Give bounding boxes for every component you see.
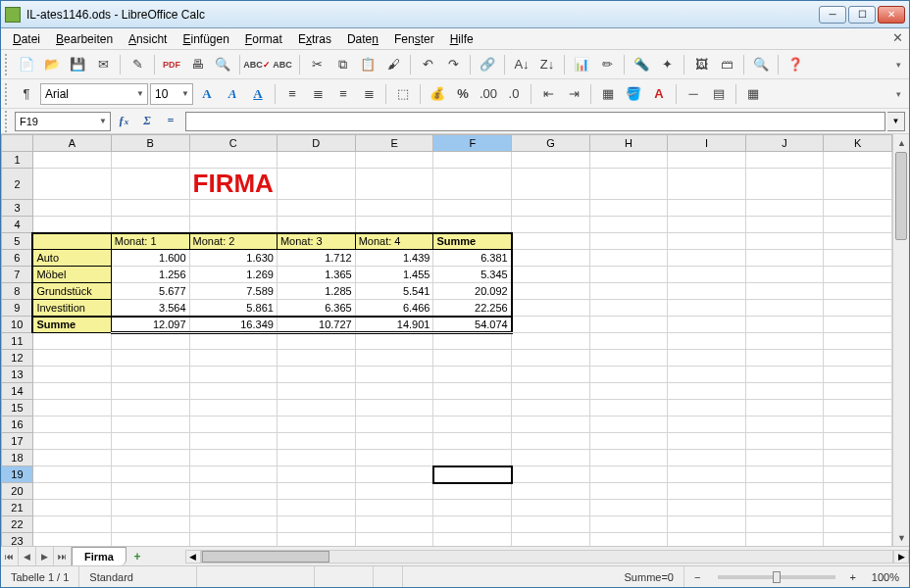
cell-E6[interactable]: 1.439: [355, 250, 433, 267]
cell-I3[interactable]: [668, 200, 746, 217]
row-header-11[interactable]: 11: [2, 333, 33, 350]
cell-D13[interactable]: [277, 367, 355, 383]
cell-A15[interactable]: [32, 400, 111, 416]
cell-D2[interactable]: [277, 169, 355, 200]
cell-F19[interactable]: [433, 466, 512, 483]
row-header-9[interactable]: 9: [2, 300, 33, 317]
align-left-button[interactable]: ≡: [280, 82, 304, 106]
cell-B9[interactable]: 3.564: [111, 300, 189, 317]
cell-I8[interactable]: [668, 283, 746, 300]
scroll-right-icon[interactable]: ▶: [893, 550, 909, 564]
cell-K18[interactable]: [824, 450, 892, 466]
function-button[interactable]: =: [160, 112, 181, 131]
cell-B19[interactable]: [111, 466, 189, 483]
cell-G18[interactable]: [512, 450, 590, 466]
cell-G17[interactable]: [512, 433, 590, 450]
cell-A11[interactable]: [32, 333, 111, 350]
save-button[interactable]: 💾: [66, 53, 89, 76]
cell-H15[interactable]: [589, 400, 668, 416]
cell-H10[interactable]: [589, 317, 668, 333]
cell-K4[interactable]: [824, 217, 892, 233]
cell-E4[interactable]: [355, 217, 433, 233]
scroll-thumb[interactable]: [895, 152, 907, 240]
align-center-button[interactable]: ≣: [306, 82, 329, 106]
row-header-1[interactable]: 1: [2, 152, 33, 169]
cell-H2[interactable]: [589, 169, 668, 200]
cell-H16[interactable]: [589, 416, 668, 433]
cell-I4[interactable]: [668, 217, 746, 233]
cell-J3[interactable]: [745, 200, 824, 217]
edit-mode-button[interactable]: ✎: [126, 53, 149, 76]
cell-F15[interactable]: [433, 400, 512, 416]
cell-A17[interactable]: [32, 433, 111, 450]
cell-H4[interactable]: [589, 217, 668, 233]
font-name-combo[interactable]: Arial: [40, 83, 148, 105]
row-header-15[interactable]: 15: [2, 400, 33, 416]
cell-F2[interactable]: [433, 169, 512, 200]
row-header-8[interactable]: 8: [2, 283, 33, 300]
cell-D1[interactable]: [277, 152, 355, 169]
row-header-2[interactable]: 2: [2, 169, 33, 200]
cell-I17[interactable]: [668, 433, 746, 450]
cell-B20[interactable]: [111, 483, 189, 500]
col-header-E[interactable]: E: [355, 135, 433, 152]
cell-K1[interactable]: [824, 152, 892, 169]
cell-D12[interactable]: [277, 350, 355, 367]
menu-extras[interactable]: Extras: [290, 30, 339, 48]
cell-E23[interactable]: [355, 533, 433, 547]
toolbar-handle[interactable]: [5, 111, 11, 132]
cell-E19[interactable]: [355, 466, 433, 483]
cell-D7[interactable]: 1.365: [277, 267, 355, 283]
cell-H21[interactable]: [589, 500, 668, 516]
cell-F13[interactable]: [433, 367, 512, 383]
cell-I22[interactable]: [668, 516, 746, 533]
row-header-17[interactable]: 17: [2, 433, 33, 450]
cell-D6[interactable]: 1.712: [277, 250, 355, 267]
spellcheck-button[interactable]: ABC✓: [245, 53, 269, 76]
cell-C2[interactable]: FIRMA: [189, 169, 277, 200]
cell-K23[interactable]: [824, 533, 892, 547]
cell-D23[interactable]: [277, 533, 355, 547]
row-header-22[interactable]: 22: [2, 516, 33, 533]
new-doc-button[interactable]: 📄: [15, 53, 38, 76]
cell-J14[interactable]: [745, 383, 824, 400]
cell-A2[interactable]: [32, 169, 111, 200]
row-header-12[interactable]: 12: [2, 350, 33, 367]
datasources-button[interactable]: 🗃: [715, 53, 738, 76]
col-header-A[interactable]: A: [32, 135, 111, 152]
cell-C19[interactable]: [189, 466, 277, 483]
cell-J21[interactable]: [745, 500, 824, 516]
cell-K9[interactable]: [824, 300, 892, 317]
cell-J7[interactable]: [745, 267, 824, 283]
cell-H22[interactable]: [589, 516, 668, 533]
row-header-18[interactable]: 18: [2, 450, 33, 466]
hyperlink-button[interactable]: 🔗: [476, 53, 499, 76]
cell-D9[interactable]: 6.365: [277, 300, 355, 317]
cell-J19[interactable]: [745, 466, 824, 483]
cell-A13[interactable]: [32, 367, 111, 383]
spreadsheet-grid[interactable]: ABCDEFGHIJK12FIRMA345Monat: 1Monat: 2Mon…: [1, 134, 892, 546]
cell-I7[interactable]: [668, 267, 746, 283]
cell-H1[interactable]: [589, 152, 668, 169]
sum-button[interactable]: Σ: [136, 112, 158, 131]
cell-F5[interactable]: Summe: [433, 233, 512, 250]
scroll-left-icon[interactable]: ◀: [185, 550, 201, 564]
cell-J10[interactable]: [745, 317, 824, 333]
zoom-out-button[interactable]: −: [684, 566, 710, 587]
row-header-4[interactable]: 4: [2, 217, 33, 233]
zoom-in-button[interactable]: +: [843, 571, 861, 583]
cell-I23[interactable]: [668, 533, 746, 547]
cell-F18[interactable]: [433, 450, 512, 466]
tab-first-button[interactable]: ⏮: [1, 547, 19, 565]
cell-H11[interactable]: [589, 333, 668, 350]
cell-G5[interactable]: [512, 233, 590, 250]
cell-B10[interactable]: 12.097: [111, 317, 189, 333]
cell-D5[interactable]: Monat: 3: [277, 233, 355, 250]
format-paintbrush-button[interactable]: 🖌: [381, 53, 405, 76]
cell-C22[interactable]: [189, 516, 277, 533]
cell-G21[interactable]: [512, 500, 590, 516]
cell-G4[interactable]: [512, 217, 590, 233]
cell-F3[interactable]: [433, 200, 512, 217]
cell-A18[interactable]: [32, 450, 111, 466]
cell-A21[interactable]: [32, 500, 111, 516]
